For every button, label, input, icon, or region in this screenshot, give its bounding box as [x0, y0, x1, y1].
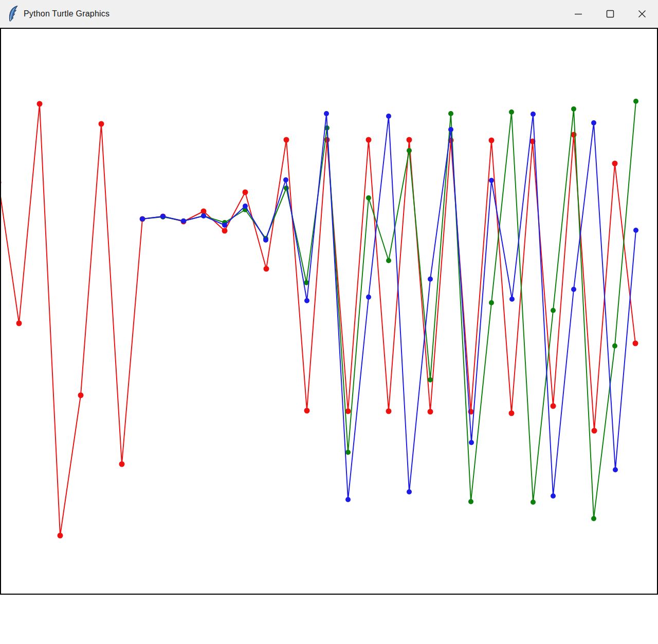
series-green-marker — [448, 111, 453, 116]
close-button[interactable] — [626, 0, 658, 27]
series-blue-marker — [304, 298, 309, 303]
series-blue-marker — [386, 114, 391, 119]
series-blue-marker — [160, 214, 166, 219]
series-green-marker — [284, 186, 289, 191]
series-blue-marker — [407, 489, 412, 494]
series-blue-marker — [633, 228, 638, 233]
series-blue-marker — [509, 297, 515, 302]
minimize-icon — [573, 9, 583, 19]
series-red-marker — [264, 266, 269, 272]
series-green-marker — [551, 308, 556, 313]
series-red-marker — [489, 138, 495, 143]
series-red-marker — [243, 190, 248, 195]
series-red-marker — [345, 409, 351, 414]
series-blue-marker — [263, 237, 268, 243]
series-red-marker — [509, 411, 515, 416]
series-green-marker — [407, 148, 412, 153]
series-red-marker — [551, 403, 556, 409]
series-blue-marker — [243, 204, 248, 209]
bottom-spacer — [0, 595, 658, 644]
series-red-marker — [1, 180, 2, 186]
series-green-marker — [366, 195, 371, 200]
series-green-marker — [531, 500, 536, 505]
series-green-marker — [468, 499, 473, 504]
series-blue-marker — [324, 111, 329, 116]
series-blue-marker — [489, 178, 494, 183]
series-blue-marker — [201, 213, 206, 218]
close-icon — [637, 9, 647, 19]
series-red-marker — [37, 101, 43, 107]
series-red-marker — [612, 161, 618, 167]
series-green-marker — [509, 109, 514, 115]
series-blue-marker — [140, 216, 145, 222]
series-red-marker — [633, 341, 638, 346]
series-blue-marker — [551, 493, 556, 499]
series-red-marker — [592, 428, 597, 434]
series-green-line — [142, 101, 636, 519]
series-red-marker — [58, 533, 63, 539]
series-red-marker — [119, 462, 125, 467]
series-blue-marker — [181, 218, 186, 224]
turtle-canvas-svg — [1, 29, 657, 594]
series-blue-marker — [469, 440, 474, 445]
series-blue-marker — [531, 112, 536, 117]
series-red-marker — [428, 409, 433, 415]
series-blue-marker — [345, 497, 351, 502]
window-controls — [562, 0, 658, 27]
series-green-marker — [591, 516, 596, 521]
series-red-marker — [222, 228, 228, 234]
maximize-icon — [605, 9, 615, 19]
maximize-button[interactable] — [594, 0, 626, 27]
window-title: Python Turtle Graphics — [24, 9, 109, 19]
series-red-marker — [99, 121, 104, 127]
series-red-marker — [284, 137, 289, 143]
series-green-marker — [386, 258, 391, 263]
series-green-marker — [633, 99, 638, 104]
series-red-marker — [201, 209, 207, 214]
series-blue-line — [142, 114, 636, 500]
series-green-marker — [428, 377, 433, 382]
series-red-marker — [16, 321, 22, 326]
title-bar: Python Turtle Graphics — [0, 0, 658, 27]
series-green-marker — [571, 106, 576, 112]
series-blue-marker — [366, 295, 371, 300]
series-red-marker — [78, 393, 84, 398]
series-red-line — [1, 104, 635, 536]
series-blue-marker — [283, 177, 288, 182]
series-green-marker — [345, 450, 351, 455]
series-blue-marker — [591, 120, 596, 125]
series-blue-marker — [428, 277, 433, 282]
series-red-marker — [386, 409, 392, 414]
turtle-canvas-frame — [0, 28, 658, 595]
tk-feather-icon — [8, 6, 19, 22]
series-blue-marker — [448, 127, 453, 132]
series-red-marker — [407, 137, 412, 143]
series-blue-marker — [571, 287, 576, 292]
series-red-marker — [304, 408, 310, 414]
minimize-button[interactable] — [562, 0, 594, 27]
series-red-marker — [366, 137, 372, 143]
series-green-marker — [612, 343, 617, 348]
series-blue-marker — [613, 467, 618, 472]
series-green-marker — [489, 300, 494, 305]
series-blue-marker — [222, 223, 227, 228]
